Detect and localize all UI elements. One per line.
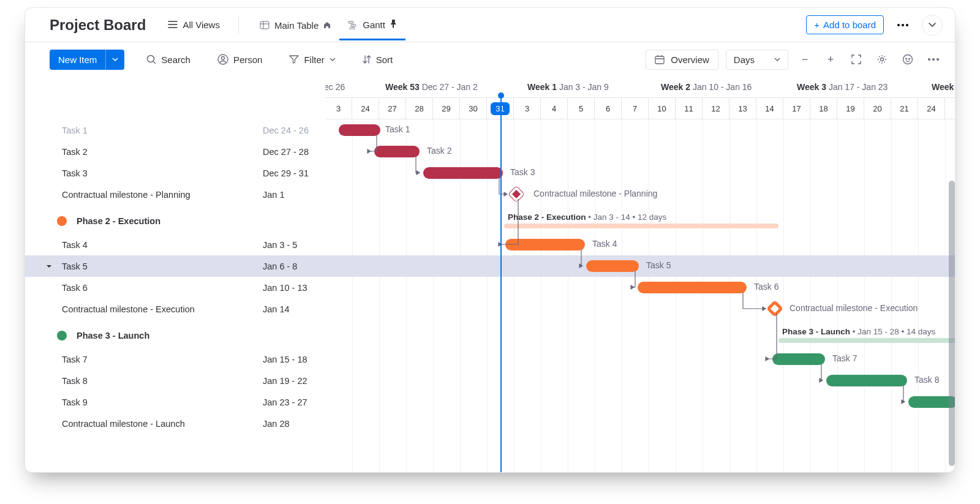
task-name: Phase 2 - Execution — [74, 216, 160, 226]
week-label: Week 2 Jan 10 - Jan 16 — [661, 82, 752, 92]
task-row[interactable]: Task 6Jan 10 - 13 — [25, 277, 325, 298]
day-column[interactable]: 29 — [433, 98, 460, 119]
home-icon — [323, 20, 331, 31]
sort-label: Sort — [376, 55, 393, 65]
person-filter-button[interactable]: Person — [213, 50, 268, 69]
gantt-bar[interactable] — [339, 124, 380, 136]
task-dates: Jan 6 - 8 — [263, 261, 297, 271]
day-column[interactable]: 30 — [460, 98, 487, 119]
tab-main-table-label: Main Table — [274, 20, 318, 31]
tab-gantt[interactable]: Gantt — [339, 9, 405, 40]
day-column[interactable]: 18 — [810, 98, 837, 119]
task-row[interactable]: Contractual milestone - ExecutionJan 14 — [25, 298, 325, 320]
person-icon — [217, 54, 228, 65]
task-row[interactable]: Task 8Jan 19 - 22 — [25, 370, 325, 391]
collaborate-button[interactable] — [899, 50, 917, 69]
task-row[interactable]: Task 9Jan 23 - 27 — [25, 391, 325, 413]
day-column[interactable]: 24 — [918, 98, 945, 119]
task-name: Task 5 — [62, 261, 88, 271]
collapse-button[interactable] — [922, 15, 943, 36]
board-title: Project Board — [50, 17, 146, 34]
day-column[interactable]: 7 — [622, 98, 649, 119]
day-column[interactable]: 5 — [568, 98, 595, 119]
day-column[interactable]: 2 — [945, 98, 955, 119]
day-column[interactable]: 10 — [649, 98, 676, 119]
sort-button[interactable]: Sort — [358, 51, 398, 69]
search-button[interactable]: Search — [141, 51, 195, 69]
day-column[interactable]: 13 — [729, 98, 756, 119]
task-row[interactable]: Task 3Dec 29 - 31 — [25, 162, 325, 184]
task-row[interactable]: Task 4Jan 3 - 5 — [25, 234, 325, 255]
svg-point-5 — [902, 24, 904, 26]
day-column[interactable]: 3 — [325, 98, 352, 119]
group-color-dot — [57, 216, 67, 226]
new-item-dropdown[interactable] — [105, 50, 124, 70]
task-row[interactable]: Task 2Dec 27 - 28 — [25, 141, 325, 162]
more-button[interactable] — [924, 50, 943, 69]
task-row[interactable]: Task 5Jan 6 - 8 — [25, 255, 325, 277]
task-dates: Jan 3 - 5 — [263, 240, 297, 250]
overview-button[interactable]: Overview — [646, 50, 718, 70]
day-column[interactable]: 20 — [864, 98, 891, 119]
zoom-out-button[interactable]: − — [796, 50, 814, 69]
gantt-bar[interactable] — [505, 239, 585, 250]
gantt-timeline[interactable]: ec 26 Week 53 Dec 27 - Jan 2Week 1 Jan 3… — [325, 77, 955, 472]
task-dates: Jan 14 — [263, 304, 290, 314]
milestone-diamond[interactable] — [766, 300, 783, 317]
day-column[interactable]: 6 — [595, 98, 622, 119]
filter-button[interactable]: Filter — [284, 51, 340, 69]
all-views-button[interactable]: All Views — [162, 16, 226, 34]
day-column[interactable]: 17 — [783, 98, 810, 119]
day-column[interactable]: 14 — [756, 98, 783, 119]
task-row[interactable]: Task 7Jan 15 - 18 — [25, 348, 325, 370]
gantt-bar[interactable] — [908, 396, 955, 408]
overview-label: Overview — [671, 55, 709, 65]
settings-button[interactable] — [873, 50, 891, 69]
zoom-in-button[interactable]: + — [821, 50, 840, 69]
new-item-button[interactable]: New Item — [50, 50, 124, 70]
task-name: Task 7 — [62, 355, 88, 364]
chevron-down-icon — [330, 58, 336, 61]
gantt-bar[interactable] — [826, 375, 907, 386]
row-expand-button[interactable] — [42, 260, 56, 273]
group-row[interactable]: Phase 3 - Launch — [25, 325, 325, 346]
gantt-row: Task 1 — [325, 119, 955, 141]
fullscreen-button[interactable] — [847, 50, 865, 69]
task-row[interactable]: Task 1Dec 24 - 26 — [25, 119, 325, 141]
task-name: Task 8 — [62, 376, 88, 386]
bar-label: Task 6 — [754, 282, 778, 291]
day-column[interactable]: 21 — [891, 98, 918, 119]
gantt-bar[interactable] — [638, 282, 747, 293]
day-column[interactable]: 27 — [379, 98, 406, 119]
sort-icon — [363, 55, 371, 64]
milestone-diamond[interactable] — [508, 186, 525, 203]
timescale-select[interactable]: Days — [726, 50, 788, 70]
tab-main-table[interactable]: Main Table — [251, 10, 339, 40]
phase-summary: Phase 2 - Execution • Jan 3 - 14 • 12 da… — [508, 213, 666, 222]
add-to-board-button[interactable]: + Add to board — [806, 15, 884, 34]
gantt-row: Task 3 — [325, 162, 955, 184]
bar-label: Task 3 — [510, 167, 535, 177]
gantt-bar[interactable] — [374, 146, 420, 157]
day-column[interactable]: 11 — [676, 98, 703, 119]
week-label: Week 53 Dec 27 - Jan 2 — [385, 82, 478, 92]
more-options-button[interactable] — [892, 15, 913, 36]
gantt-bar[interactable] — [423, 167, 503, 179]
bar-label: Task 7 — [832, 353, 857, 363]
scrollbar[interactable] — [949, 181, 955, 466]
task-name: Phase 3 - Launch — [74, 331, 149, 340]
day-column[interactable]: 4 — [541, 98, 568, 119]
svg-rect-3 — [350, 28, 355, 29]
day-column[interactable]: 28 — [406, 98, 433, 119]
bar-label: Contractual milestone - Execution — [790, 303, 918, 313]
gantt-bar[interactable] — [586, 260, 639, 272]
task-row[interactable]: Contractual milestone - PlanningJan 1 — [25, 184, 325, 205]
task-row[interactable]: Contractual milestone - LaunchJan 28 — [25, 413, 325, 434]
day-column[interactable]: 19 — [837, 98, 864, 119]
day-column[interactable]: 12 — [703, 98, 729, 119]
group-row[interactable]: Phase 2 - Execution — [25, 210, 325, 231]
search-icon — [146, 55, 156, 64]
day-column[interactable]: 24 — [352, 98, 379, 119]
day-column[interactable]: 3 — [514, 98, 541, 119]
gantt-bar[interactable] — [772, 353, 825, 365]
